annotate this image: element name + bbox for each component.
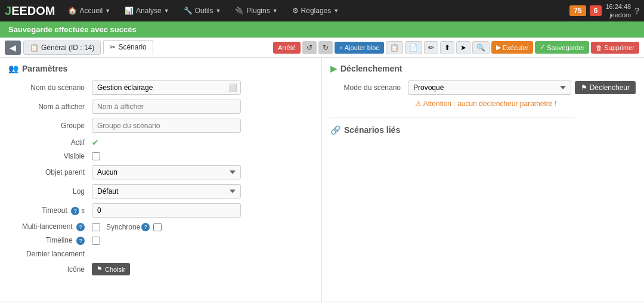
actif-checkbox[interactable]: ✔ (92, 138, 99, 147)
nav-accueil[interactable]: 🏠 Accueil ▼ (61, 0, 117, 21)
objet-parent-label: Objet parent (8, 168, 92, 176)
timeline-help-icon[interactable]: ? (76, 237, 85, 245)
back-button[interactable]: ◀ (5, 41, 21, 55)
visible-row: Visible (8, 152, 313, 160)
nom-scenario-row: Nom du scénario ⬜ (8, 80, 313, 95)
objet-parent-select[interactable]: Aucun (92, 165, 241, 179)
export-button[interactable]: ⬆ (440, 41, 454, 54)
home-icon: 🏠 (68, 7, 77, 15)
success-message: Sauvegarde effectuée avec succès (8, 25, 137, 34)
redo-button[interactable]: ↻ (318, 41, 333, 54)
icone-row: Icône ⚑ Choisir (8, 263, 313, 275)
nav-plugins[interactable]: 🔌 Plugins ▼ (228, 0, 284, 21)
groupe-input[interactable] (92, 119, 241, 133)
objet-parent-row: Objet parent Aucun (8, 165, 313, 179)
save-button[interactable]: ✓ Sauvegarder (535, 41, 589, 54)
linked-section: 🔗 Scénarios liés (330, 125, 636, 135)
linked-title: 🔗 Scénarios liés (330, 125, 636, 135)
synchrone-checkbox[interactable] (153, 223, 162, 231)
tab-scenario[interactable]: ✂ Scénario (103, 40, 153, 55)
delete-button[interactable]: 🗑 Supprimer (591, 42, 639, 54)
mode-scenario-label: Mode du scénario (330, 83, 408, 92)
search-button[interactable]: 🔍 (472, 41, 490, 54)
nav-outils[interactable]: 🔧 Outils ▼ (177, 0, 228, 21)
sub-toolbar: ◀ 📋 Général (ID : 14) ✂ Scénario Arrêté … (0, 38, 644, 58)
dernier-lancement-label: Dernier lancement (8, 250, 92, 258)
plugins-icon: 🔌 (235, 7, 244, 15)
declencheur-button[interactable]: ⚑ Déclencheur (575, 81, 636, 94)
icone-label: Icône (8, 265, 92, 274)
multi-lancement-row: Multi-lancement ? Synchrone ? (8, 222, 313, 231)
chevron-down-icon: ▼ (333, 8, 339, 14)
nom-afficher-label: Nom à afficher (8, 103, 92, 111)
trigger-section: ▶ Déclenchement Mode du scénario Provoqu… (330, 64, 636, 108)
mode-scenario-row: Mode du scénario Provoqué ⚑ Déclencheur (330, 80, 636, 95)
left-panel: 👥 Paramètres Nom du scénario ⬜ Nom à aff… (0, 58, 322, 302)
add-block-button[interactable]: + Ajouter bloc (335, 42, 384, 54)
chevron-down-icon: ▼ (273, 8, 278, 14)
nav-reglages[interactable]: ⚙ Réglages ▼ (285, 0, 346, 21)
success-bar: Sauvegarde effectuée avec succès (0, 21, 644, 38)
groupe-row: Groupe (8, 119, 313, 133)
timeline-checkbox[interactable] (92, 237, 100, 245)
timeout-help-icon[interactable]: ? (71, 207, 79, 215)
navbar-right: 75 6 16:24:48 jeedom ? (569, 2, 639, 20)
execute-button[interactable]: ▶ Exécuter (491, 41, 533, 54)
brand-logo: JEEDOM (5, 4, 55, 18)
flag-trigger-icon: ⚑ (581, 83, 587, 92)
multi-lancement-help-icon[interactable]: ? (76, 223, 85, 231)
visible-label: Visible (8, 152, 92, 160)
breadcrumb-bar: Aucun Aucun Gestion éclairage (0, 302, 644, 304)
multi-lancement-checkbox[interactable] (92, 223, 100, 231)
undo-button[interactable]: ↺ (302, 41, 317, 54)
toolbar-actions: Arrêté ↺ ↻ + Ajouter bloc 📋 📄 ✏ ⬆ ➤ 🔍 ▶ … (273, 41, 639, 54)
input-icon: ⬜ (228, 83, 237, 92)
chevron-down-icon: ▼ (215, 8, 221, 14)
chevron-down-icon: ▼ (105, 8, 110, 14)
mode-scenario-select[interactable]: Provoqué (408, 80, 571, 95)
nom-scenario-label: Nom du scénario (8, 83, 92, 92)
brand-jee: J (5, 4, 11, 18)
settings-icon: ⚙ (292, 7, 299, 15)
link-icon: 🔗 (330, 125, 340, 135)
trigger-section-title: ▶ Déclenchement (330, 64, 636, 73)
play-icon: ▶ (496, 44, 501, 51)
timeout-input[interactable] (92, 203, 241, 218)
nom-afficher-row: Nom à afficher (8, 100, 313, 114)
nom-afficher-input[interactable] (92, 100, 241, 114)
scissors-icon: ✂ (110, 43, 116, 51)
plus-icon: + (339, 44, 343, 51)
nom-scenario-input[interactable] (92, 80, 241, 95)
log-label: Log (8, 187, 92, 196)
right-panel: ▶ Déclenchement Mode du scénario Provoqu… (322, 58, 644, 302)
synchrone-help-icon[interactable]: ? (141, 223, 150, 231)
params-section-title: 👥 Paramètres (8, 64, 313, 73)
chevron-down-icon: ▼ (164, 8, 169, 14)
synchrone-label: Synchrone (106, 223, 140, 231)
nom-scenario-input-wrapper: ⬜ (92, 80, 241, 95)
visible-checkbox[interactable] (92, 152, 100, 160)
warning-text: ⚠ Attention : aucun déclencheur paramétr… (415, 100, 636, 108)
warning-icon: ⚠ (415, 100, 422, 108)
stop-button[interactable]: Arrêté (273, 42, 301, 54)
timeout-unit: s (82, 207, 85, 214)
nav-analyse[interactable]: 📊 Analyse ▼ (117, 0, 177, 21)
navbar: JEEDOM 🏠 Accueil ▼ 📊 Analyse ▼ 🔧 Outils … (0, 0, 644, 21)
timeline-row: Timeline ? (8, 236, 313, 245)
dernier-lancement-row: Dernier lancement (8, 250, 313, 258)
multi-lancement-label: Multi-lancement ? (8, 222, 92, 231)
icone-choose-button[interactable]: ⚑ Choisir (92, 263, 130, 275)
paste-button[interactable]: 📄 (405, 41, 422, 54)
arrow-button[interactable]: ➤ (456, 41, 470, 54)
groupe-label: Groupe (8, 122, 92, 130)
edit-icon-button[interactable]: ✏ (424, 41, 438, 54)
copy-button[interactable]: 📋 (386, 41, 403, 54)
tab-general[interactable]: 📋 Général (ID : 14) (23, 41, 101, 55)
main-content: 👥 Paramètres Nom du scénario ⬜ Nom à aff… (0, 58, 644, 302)
log-select[interactable]: Défaut (92, 184, 241, 198)
analyse-icon: 📊 (125, 7, 134, 15)
log-row: Log Défaut (8, 184, 313, 198)
timeout-label: Timeout ? s (8, 206, 92, 215)
brand-dom: EEDOM (11, 4, 55, 18)
help-icon[interactable]: ? (634, 6, 639, 15)
